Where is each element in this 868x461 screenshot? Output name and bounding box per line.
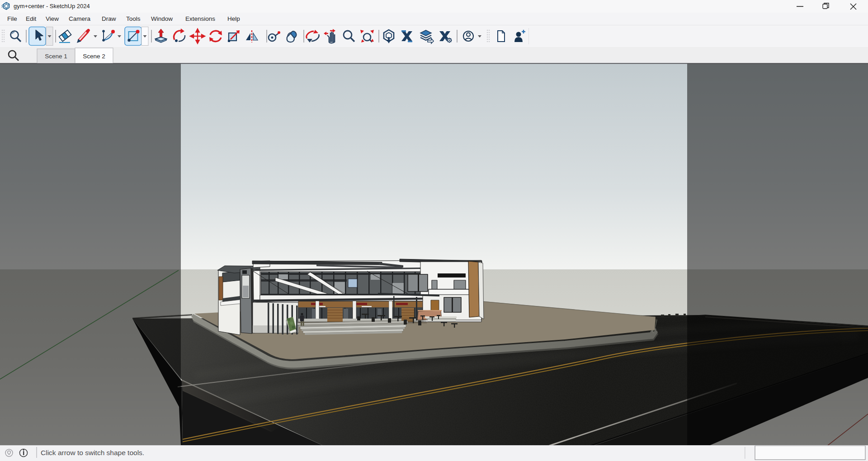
svg-text:Click arrow to switch shape to: Click arrow to switch shape tools.	[41, 449, 144, 456]
svg-text:Scene 2: Scene 2	[83, 53, 105, 60]
svg-text:Scene 1: Scene 1	[45, 53, 67, 60]
